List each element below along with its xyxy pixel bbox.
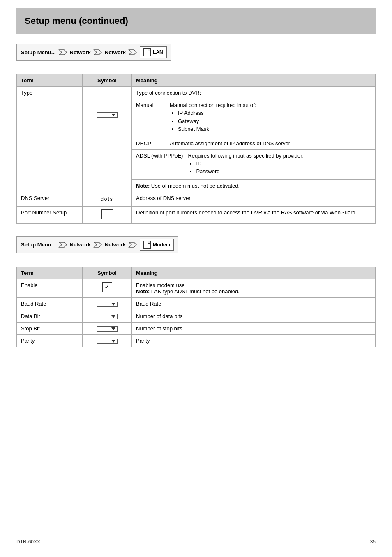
svg-marker-1 (94, 50, 101, 55)
meaning-type: Type of connection to DVR: Manual Manual… (132, 87, 376, 192)
content-dhcp: Automatic assignment of IP address of DN… (170, 140, 290, 146)
bullet-id: ID (196, 160, 304, 168)
table-row: Type Type of connection to DVR: Manual M… (17, 87, 376, 192)
square-widget[interactable] (101, 209, 113, 219)
dropdown-widget-baudrate[interactable] (97, 302, 118, 307)
symbol-dns: dots (83, 192, 132, 206)
svg-marker-2 (129, 50, 136, 55)
note-text-modem: Use of modem must not be activated. (151, 183, 240, 189)
doc-icon-2 (143, 241, 151, 249)
table-row: Data Bit Number of data bits (17, 310, 376, 322)
breadcrumb-section1: Setup Menu... Network Network LAN (16, 44, 376, 67)
breadcrumb2-dest-label: Modem (153, 242, 170, 248)
meaning-dns: Address of DNS server (132, 192, 376, 206)
dropdown-widget-parity[interactable] (97, 339, 118, 344)
doc-icon-1 (143, 48, 151, 56)
breadcrumb2-destination: Modem (140, 239, 174, 251)
symbol-databit (83, 310, 132, 322)
term-baudrate: Baud Rate (17, 297, 83, 310)
breadcrumb2-arrow-3 (128, 241, 137, 248)
th2-symbol: Symbol (83, 267, 132, 279)
breadcrumb-1: Setup Menu... Network Network LAN (16, 44, 171, 61)
meaning-stopbit: Number of stop bits (132, 322, 376, 334)
svg-marker-5 (129, 242, 136, 247)
term-stopbit: Stop Bit (17, 322, 83, 334)
dropdown-widget-type[interactable] (97, 112, 118, 118)
bullet-gateway: Gateway (178, 117, 256, 125)
table-row: Stop Bit Number of stop bits (17, 322, 376, 334)
table-row: Parity Parity (17, 334, 376, 347)
adsl-text: Requires following input as specified by… (188, 153, 304, 159)
table-section2: Term Symbol Meaning Enable ✓ Enables mod… (16, 267, 376, 347)
type-note: Note: Use of modem must not be activated… (132, 180, 375, 192)
label-dhcp: DHCP (136, 140, 165, 146)
dropdown-arrow-icon4 (111, 327, 115, 330)
breadcrumb-arrow-2 (93, 49, 102, 56)
page-footer: DTR-60XX 35 (16, 539, 376, 545)
note-bold-modem: Note: (136, 183, 150, 189)
breadcrumb-dest-label-1: LAN (153, 49, 163, 55)
symbol-baudrate (83, 297, 132, 310)
meaning-enable: Enables modem use Note: LAN type ADSL mu… (132, 279, 376, 297)
label-adsl: ADSL (with PPPoE) (136, 153, 183, 176)
breadcrumb-arrow-3 (128, 49, 137, 56)
manual-text: Manual connection required input of: (170, 102, 256, 108)
term-port: Port Number Setup... (17, 206, 83, 223)
meaning-baudrate: Baud Rate (132, 297, 376, 310)
breadcrumb-item-3: Network (105, 49, 126, 56)
table-section1: Term Symbol Meaning Type Type of connect… (16, 74, 376, 224)
svg-marker-0 (59, 50, 67, 55)
breadcrumb-section2: Setup Menu... Network Network Modem (16, 236, 376, 260)
meaning-intro: Type of connection to DVR: (132, 87, 375, 99)
breadcrumb-destination-1: LAN (140, 46, 167, 58)
dots-widget[interactable]: dots (97, 195, 117, 203)
svg-marker-4 (94, 242, 101, 247)
symbol-parity (83, 334, 132, 347)
term-parity: Parity (17, 334, 83, 347)
dropdown-arrow-icon (111, 114, 115, 116)
breadcrumb-item-2: Network (70, 49, 91, 56)
th2-meaning: Meaning (132, 267, 376, 279)
breadcrumb-item-1: Setup Menu... (21, 49, 56, 56)
th2-term: Term (17, 267, 83, 279)
enable-note: Note: LAN type ADSL must not be enabled. (136, 288, 371, 295)
breadcrumb-2: Setup Menu... Network Network Modem (16, 236, 178, 253)
meaning-port: Definition of port numbers needed to acc… (132, 206, 376, 223)
meaning-dhcp-row: DHCP Automatic assignment of IP address … (132, 137, 375, 150)
term-dns: DNS Server (17, 192, 83, 206)
breadcrumb2-arrow-1 (58, 241, 67, 248)
breadcrumb2-arrow-2 (93, 241, 102, 248)
symbol-type (83, 87, 132, 192)
table-row: Port Number Setup... Definition of port … (17, 206, 376, 223)
page-title: Setup menu (continued) (16, 8, 376, 34)
meaning-databit: Number of data bits (132, 310, 376, 322)
symbol-port (83, 206, 132, 223)
th-meaning-1: Meaning (132, 74, 376, 87)
symbol-enable: ✓ (83, 279, 132, 297)
table-row: Enable ✓ Enables modem use Note: LAN typ… (17, 279, 376, 297)
term-type: Type (17, 87, 83, 192)
dropdown-arrow-icon5 (111, 340, 115, 343)
meaning-parity: Parity (132, 334, 376, 347)
term-databit: Data Bit (17, 310, 83, 322)
breadcrumb2-item-2: Network (70, 241, 91, 248)
bullet-ip: IP Address (178, 109, 256, 117)
content-adsl: Requires following input as specified by… (188, 153, 304, 176)
dropdown-arrow-icon2 (111, 303, 115, 306)
bullet-subnet: Subnet Mask (178, 125, 256, 133)
breadcrumb2-item-3: Network (105, 241, 126, 248)
th-symbol-1: Symbol (83, 74, 132, 87)
dropdown-widget-stopbit[interactable] (97, 326, 118, 332)
dropdown-arrow-icon3 (111, 315, 115, 318)
adsl-bullets: ID Password (188, 160, 304, 176)
dropdown-widget-databit[interactable] (97, 314, 118, 319)
table-row: Baud Rate Baud Rate (17, 297, 376, 310)
footer-left: DTR-60XX (16, 539, 40, 545)
enable-note-text: LAN type ADSL must not be enabled. (151, 288, 240, 295)
enable-meaning-text: Enables modem use (136, 282, 371, 288)
label-manual: Manual (136, 102, 165, 134)
checkbox-widget[interactable]: ✓ (102, 282, 112, 292)
meaning-adsl-row: ADSL (with PPPoE) Requires following inp… (132, 150, 375, 180)
term-enable: Enable (17, 279, 83, 297)
footer-right: 35 (370, 539, 376, 545)
